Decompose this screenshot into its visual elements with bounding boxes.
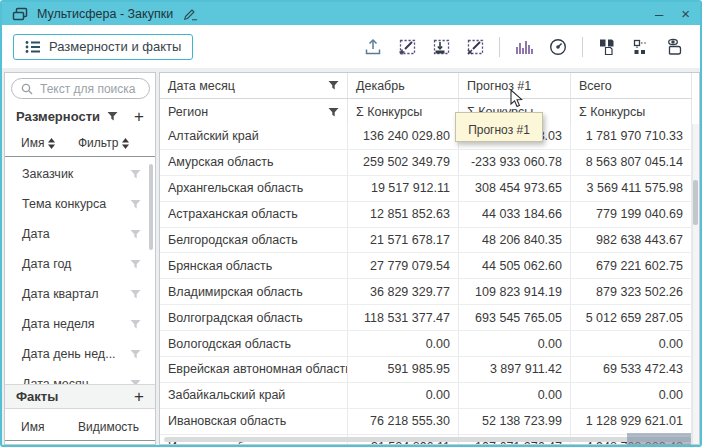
- total-value-cell[interactable]: 1 128 929 621.01: [571, 409, 692, 434]
- december-value-cell[interactable]: 136 240 029.80: [348, 124, 459, 149]
- add-dimension-button[interactable]: +: [134, 108, 144, 125]
- search-input[interactable]: [38, 81, 140, 97]
- forecast-value-cell[interactable]: 44 505 062.60: [459, 253, 571, 278]
- filter-icon[interactable]: [130, 169, 141, 180]
- forecast-value-cell[interactable]: 109 823 914.19: [459, 279, 571, 304]
- sidebar-scrollbar[interactable]: [149, 164, 153, 250]
- filter-icon[interactable]: [130, 259, 141, 270]
- table-row: Амурская область 259 502 349.79 -233 933…: [160, 150, 692, 176]
- bar-chart-icon[interactable]: [514, 37, 534, 57]
- measure-header-contests[interactable]: Σ Конкурсы: [348, 99, 459, 125]
- dimension-item[interactable]: Дата день нед...: [5, 339, 155, 369]
- search-box[interactable]: [11, 78, 150, 99]
- horizontal-scrollbar[interactable]: [164, 437, 691, 442]
- hierarchy-icon[interactable]: [631, 37, 651, 57]
- total-value-cell[interactable]: 679 221 602.75: [571, 253, 692, 278]
- region-cell[interactable]: Амурская область: [160, 150, 348, 175]
- sort-by-filter[interactable]: Фильтр: [78, 136, 129, 150]
- dimension-item[interactable]: Дата: [5, 219, 155, 249]
- measure-header-contests[interactable]: Σ Конкурсы: [571, 99, 692, 125]
- total-value-cell[interactable]: 3 569 411 575.98: [571, 176, 692, 201]
- forecast-value-cell[interactable]: 3 897 911.42: [459, 357, 571, 382]
- december-value-cell[interactable]: 19 517 912.11: [348, 176, 459, 201]
- total-value-cell[interactable]: 0.00: [571, 331, 692, 356]
- total-value-cell[interactable]: 1 781 970 710.33: [571, 124, 692, 149]
- filter-icon[interactable]: [130, 289, 141, 300]
- region-cell[interactable]: Владимирская область: [160, 279, 348, 304]
- dimension-item[interactable]: Тема конкурса: [5, 189, 155, 219]
- region-cell[interactable]: Архангельская область: [160, 176, 348, 201]
- december-value-cell[interactable]: 0.00: [348, 383, 459, 408]
- insert-cell-icon[interactable]: [431, 37, 451, 57]
- column-header-date-month[interactable]: Дата месяц: [160, 73, 348, 98]
- forecast-value-cell[interactable]: 44 033 184.66: [459, 202, 571, 227]
- dimension-item[interactable]: Заказчик: [5, 159, 155, 189]
- forecast-value-cell[interactable]: 0.00: [459, 331, 571, 356]
- rename-pencil-icon[interactable]: [182, 7, 198, 21]
- region-cell[interactable]: Астраханская область: [160, 202, 348, 227]
- edit-remove-cell-icon[interactable]: [465, 37, 485, 57]
- dimension-item[interactable]: Дата квартал: [5, 279, 155, 309]
- facts-visibility-column[interactable]: Видимость: [78, 420, 139, 434]
- history-view-icon[interactable]: [665, 37, 685, 57]
- facts-name-column[interactable]: Имя: [21, 420, 44, 434]
- dimensions-facts-button[interactable]: Размерности и факты: [13, 34, 193, 60]
- table-row: Волгоградская область 118 531 377.47 693…: [160, 305, 692, 331]
- dimension-item[interactable]: Дата месяц: [5, 369, 155, 384]
- december-value-cell[interactable]: 76 218 555.30: [348, 409, 459, 434]
- filter-icon[interactable]: [130, 199, 141, 210]
- filter-icon[interactable]: [107, 111, 118, 122]
- forecast-value-cell[interactable]: 48 206 840.35: [459, 228, 571, 253]
- december-value-cell[interactable]: 36 829 329.77: [348, 279, 459, 304]
- vertical-scrollbar[interactable]: [692, 124, 699, 444]
- column-header-region[interactable]: Регион: [160, 99, 348, 125]
- copy-documents-icon[interactable]: [597, 37, 617, 57]
- edit-add-cell-icon[interactable]: [397, 37, 417, 57]
- filter-icon[interactable]: [130, 349, 141, 360]
- december-value-cell[interactable]: 259 502 349.79: [348, 150, 459, 175]
- sort-by-name[interactable]: Имя: [21, 136, 55, 150]
- filter-icon[interactable]: [130, 229, 141, 240]
- december-value-cell[interactable]: 118 531 377.47: [348, 305, 459, 330]
- forecast-value-cell[interactable]: 0.00: [459, 383, 571, 408]
- region-cell[interactable]: Белгородская область: [160, 228, 348, 253]
- close-button[interactable]: ×: [681, 6, 690, 21]
- total-value-cell[interactable]: 879 323 502.26: [571, 279, 692, 304]
- filter-icon[interactable]: [328, 107, 339, 118]
- dimension-item[interactable]: Дата год: [5, 249, 155, 279]
- region-cell[interactable]: Вологодская область: [160, 331, 348, 356]
- pivot-table: Дата месяц Декабрь Прогноз #1 Всего Реги…: [159, 72, 700, 445]
- region-cell[interactable]: Забайкальский край: [160, 383, 348, 408]
- december-value-cell[interactable]: 12 851 852.63: [348, 202, 459, 227]
- region-cell[interactable]: Ивановская область: [160, 409, 348, 434]
- total-value-cell[interactable]: 69 533 472.43: [571, 357, 692, 382]
- filter-icon[interactable]: [130, 319, 141, 330]
- forecast-value-cell[interactable]: 52 138 723.99: [459, 409, 571, 434]
- minimize-button[interactable]: –: [655, 6, 663, 21]
- december-value-cell[interactable]: 591 985.95: [348, 357, 459, 382]
- forecast-value-cell[interactable]: -233 933 060.78: [459, 150, 571, 175]
- column-header-forecast[interactable]: Прогноз #1: [459, 73, 571, 98]
- region-cell[interactable]: Еврейская автономная область: [160, 357, 348, 382]
- region-cell[interactable]: Волгоградская область: [160, 305, 348, 330]
- add-fact-button[interactable]: +: [134, 388, 144, 405]
- december-value-cell[interactable]: 27 779 079.54: [348, 253, 459, 278]
- forecast-value-cell[interactable]: 308 454 973.65: [459, 176, 571, 201]
- december-value-cell[interactable]: 21 571 678.17: [348, 228, 459, 253]
- total-value-cell[interactable]: 779 199 040.69: [571, 202, 692, 227]
- export-icon[interactable]: [363, 37, 383, 57]
- total-value-cell[interactable]: 982 638 443.67: [571, 228, 692, 253]
- dimension-item[interactable]: Дата неделя: [5, 309, 155, 339]
- column-header-total[interactable]: Всего: [571, 73, 692, 98]
- gauge-icon[interactable]: [548, 37, 568, 57]
- region-cell[interactable]: Алтайский край: [160, 124, 348, 149]
- december-value-cell[interactable]: 0.00: [348, 331, 459, 356]
- filter-icon[interactable]: [328, 80, 339, 91]
- forecast-value-cell[interactable]: 693 545 765.05: [459, 305, 571, 330]
- region-cell[interactable]: Брянская область: [160, 253, 348, 278]
- column-header-december[interactable]: Декабрь: [348, 73, 459, 98]
- total-value-cell[interactable]: 8 563 807 045.14: [571, 150, 692, 175]
- vertical-scrollbar-thumb[interactable]: [693, 180, 698, 225]
- total-value-cell[interactable]: 5 012 659 287.05: [571, 305, 692, 330]
- total-value-cell[interactable]: 0.00: [571, 383, 692, 408]
